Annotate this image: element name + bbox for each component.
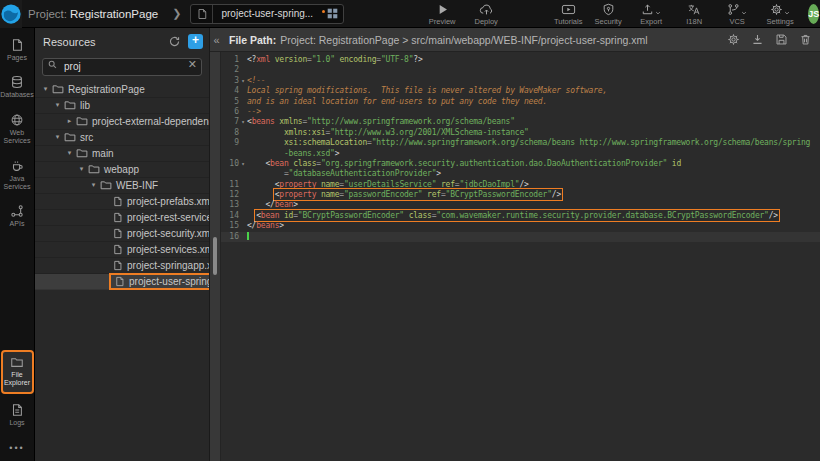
tree-chevron-icon[interactable]: ▾: [88, 181, 99, 189]
globe-icon: [10, 113, 24, 127]
tree-item-web-inf[interactable]: ▾WEB-INF: [35, 178, 209, 194]
code-line-16[interactable]: 16: [221, 232, 820, 242]
translate-icon: [687, 3, 701, 16]
search-input[interactable]: [42, 58, 202, 76]
project-name[interactable]: RegistrationPage: [70, 8, 158, 20]
line-number: 16: [229, 232, 239, 242]
code-line-2[interactable]: 2: [221, 65, 820, 75]
rail-item-apis[interactable]: APIs: [1, 201, 34, 232]
code-line-13[interactable]: 13 </bean>: [221, 200, 820, 210]
trash-icon[interactable]: [799, 33, 812, 46]
user-avatar[interactable]: JS: [808, 4, 819, 24]
code-line-10[interactable]: 10▾ <bean class="org.springframework.sec…: [221, 159, 820, 169]
code-editor[interactable]: 1<?xml version="1.0" encoding="UTF-8"?>2…: [221, 52, 820, 461]
settings-button[interactable]: Settings: [760, 1, 800, 26]
tree-item-project-prefabs-xml[interactable]: project-prefabs.xml: [35, 194, 209, 210]
code-line-1[interactable]: 1<?xml version="1.0" encoding="UTF-8"?>: [221, 55, 820, 65]
code-line-12[interactable]: 12 <property name="passwordEncoder" ref=…: [221, 190, 820, 200]
tree-item-lib[interactable]: ▾lib: [35, 98, 209, 114]
scrollbar-thumb[interactable]: [213, 237, 217, 275]
gutter: 4: [221, 86, 247, 96]
code-line-4[interactable]: 4Local spring modifications. This file i…: [221, 86, 820, 96]
tree-chevron-icon[interactable]: ▾: [64, 149, 75, 157]
tree-item-registrationpage[interactable]: ▾RegistrationPage: [35, 82, 209, 98]
tree-item-webapp[interactable]: ▾webapp: [35, 162, 209, 178]
tree-item-project-external-dependency-jars[interactable]: ▸project-external-dependency-jars: [35, 114, 209, 130]
clear-search-icon[interactable]: ✕: [188, 58, 197, 71]
tree-chevron-icon[interactable]: ▸: [64, 117, 75, 125]
fold-icon[interactable]: ▾: [239, 159, 247, 169]
code-line-8[interactable]: 8 xmlns:xsi="http://www.w3.org/2001/XMLS…: [221, 128, 820, 138]
topbar-right-actions: SecurityExportI18NVCSSettings: [588, 1, 800, 26]
tree-item-project-rest-service-xml[interactable]: project-rest-service.xml: [35, 210, 209, 226]
rail-item-databases[interactable]: Databases: [1, 72, 34, 103]
code-line-wrap[interactable]: -beans.xsd">: [221, 149, 820, 159]
search-icon: [47, 59, 58, 70]
gutter: 2: [221, 65, 247, 75]
rail-item-web-services[interactable]: Web Services: [1, 110, 34, 150]
fold-icon[interactable]: ▾: [239, 117, 247, 127]
code-line-6[interactable]: 6-->: [221, 107, 820, 117]
i18n-button[interactable]: I18N: [674, 1, 714, 26]
wavemaker-logo[interactable]: [0, 0, 22, 28]
tree-item-project-springapp-xml[interactable]: project-springapp.xml: [35, 258, 209, 274]
file-tab-label: project-user-spring...: [213, 8, 321, 19]
deploy-button[interactable]: Deploy: [466, 1, 506, 26]
file-icon: [112, 244, 123, 255]
line-number: 10: [229, 159, 239, 169]
tree-chevron-icon[interactable]: ▾: [76, 165, 87, 173]
code-line-14[interactable]: 14 <bean id="BCryptPasswordEncoder" clas…: [221, 211, 820, 221]
code-line-11[interactable]: 11 <property name="userDetailsService" r…: [221, 180, 820, 190]
preview-button[interactable]: Preview: [422, 1, 462, 26]
tree-item-src[interactable]: ▾src: [35, 130, 209, 146]
tree-item-project-security-xml[interactable]: project-security.xml: [35, 226, 209, 242]
rail-item-java-services[interactable]: Java Services: [1, 156, 34, 196]
grid-icon[interactable]: [321, 8, 343, 19]
tree-item-project-user-spring-xml[interactable]: project-user-spring.xml: [35, 274, 209, 290]
line-number: 12: [229, 190, 239, 200]
code-line-7[interactable]: 7▾<beans xmlns="http://www.springframewo…: [221, 117, 820, 127]
resources-panel: Resources + ✕ ▾RegistrationPage▾lib▸proj…: [35, 28, 210, 461]
chevron-down-icon: [655, 10, 661, 16]
tree-chevron-icon[interactable]: ▾: [40, 85, 51, 93]
code-line-3[interactable]: 3▾<!--: [221, 76, 820, 86]
code-line-15[interactable]: 15</beans>: [221, 221, 820, 231]
code-line-9[interactable]: 9 xsi:schemaLocation="http://www.springf…: [221, 138, 820, 148]
line-number: 11: [229, 180, 239, 190]
folder-icon: [64, 131, 76, 143]
deploy-icon: [479, 3, 494, 16]
tree-chevron-icon[interactable]: ▾: [52, 101, 63, 109]
gutter: 5: [221, 97, 247, 107]
rail-item-pages[interactable]: Pages: [1, 35, 34, 66]
tutorials-button[interactable]: Tutorials: [548, 1, 588, 26]
vcs-button[interactable]: VCS: [717, 1, 757, 26]
fold-spacer: [239, 232, 247, 242]
tree-chevron-icon[interactable]: ▾: [52, 133, 63, 141]
folder-icon: [64, 99, 76, 111]
folder-icon: [88, 163, 100, 175]
file-tree: ▾RegistrationPage▾lib▸project-external-d…: [35, 82, 209, 461]
chevron-down-icon: [784, 10, 790, 16]
security-button[interactable]: Security: [588, 1, 628, 26]
code-line-wrap[interactable]: ="databaseAuthenticationProvider">: [221, 169, 820, 179]
gutter: 10▾: [221, 159, 247, 169]
collapse-panel-icon[interactable]: «: [210, 34, 223, 46]
tree-item-project-services-xml[interactable]: project-services.xml: [35, 242, 209, 258]
file-tab[interactable]: project-user-spring...: [190, 4, 344, 24]
add-resource-button[interactable]: +: [188, 34, 203, 49]
rail-item-file-explorer[interactable]: File Explorer: [1, 350, 34, 394]
left-rail: PagesDatabasesWeb ServicesJava ServicesA…: [0, 28, 35, 461]
rail-item-logs[interactable]: Logs: [1, 400, 34, 431]
gear-icon[interactable]: [727, 33, 740, 46]
export-button[interactable]: Export: [631, 1, 671, 26]
save-icon[interactable]: [775, 33, 788, 46]
tree-item-main[interactable]: ▾main: [35, 146, 209, 162]
fold-icon[interactable]: ▾: [239, 76, 247, 86]
more-button[interactable]: •••: [9, 437, 24, 459]
gutter: 13: [221, 200, 247, 210]
text-cursor: [247, 232, 249, 241]
coffee-icon: [10, 159, 24, 173]
code-line-5[interactable]: 5and is an ideal location for end-users …: [221, 97, 820, 107]
refresh-icon[interactable]: [168, 35, 181, 48]
download-icon[interactable]: [751, 33, 764, 46]
